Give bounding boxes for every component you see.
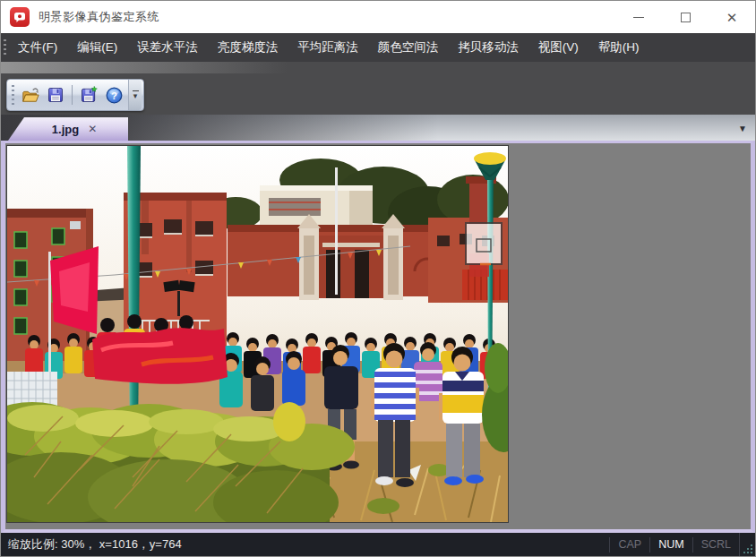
menu-copy-move[interactable]: 拷贝移动法: [448, 33, 528, 62]
maximize-icon: [681, 13, 691, 22]
save-icon: [47, 86, 64, 104]
app-window: 明景影像真伪鉴定系统 ✕ 文件(F) 编辑(E) 误差水平法 亮度梯度法 平均距…: [0, 0, 756, 557]
menu-average-distance[interactable]: 平均距离法: [288, 33, 368, 62]
toolbar-separator: [72, 85, 73, 105]
toolbar-overflow-button[interactable]: ▾: [128, 80, 142, 110]
open-folder-icon: [21, 86, 40, 104]
menu-color-space[interactable]: 颜色空间法: [368, 33, 449, 62]
menu-edit[interactable]: 编辑(E): [67, 33, 127, 62]
indicator-scroll-lock: SCRL: [692, 537, 739, 553]
window-title: 明景影像真伪鉴定系统: [39, 9, 159, 25]
toolbar: ? ▾: [6, 79, 144, 111]
hedge: [7, 402, 355, 522]
indicator-num-lock: NUM: [649, 537, 692, 553]
status-zoom-and-coords: 缩放比例: 30%， x=1016，y=764: [1, 536, 182, 553]
open-file-button[interactable]: [18, 81, 43, 108]
menu-file[interactable]: 文件(F): [8, 33, 67, 62]
help-icon: ?: [105, 86, 124, 105]
resize-grip-icon[interactable]: [739, 533, 755, 556]
tab-list-dropdown-icon[interactable]: ▼: [738, 123, 747, 133]
image-canvas[interactable]: [1, 141, 755, 533]
menu-help[interactable]: 帮助(H): [588, 33, 649, 62]
help-button[interactable]: ?: [101, 81, 126, 108]
tab-1jpg[interactable]: 1.jpg ✕: [8, 117, 128, 141]
tab-bar: 1.jpg ✕ ▼: [1, 115, 755, 141]
status-bar: 缩放比例: 30%， x=1016，y=764 CAP NUM SCRL: [1, 533, 755, 556]
help-glyph: ?: [111, 90, 117, 100]
tab-close-icon[interactable]: ✕: [88, 123, 97, 135]
save-button[interactable]: [43, 81, 68, 108]
minimize-icon: [633, 17, 644, 18]
title-bar: 明景影像真伪鉴定系统 ✕: [1, 1, 755, 33]
close-button[interactable]: ✕: [709, 1, 755, 33]
indicator-caps-lock: CAP: [609, 537, 649, 553]
toolbar-strip: ? ▾: [1, 62, 755, 115]
menu-bar: 文件(F) 编辑(E) 误差水平法 亮度梯度法 平均距离法 颜色空间法 拷贝移动…: [1, 33, 755, 62]
close-icon: ✕: [726, 11, 738, 24]
save-as-icon: [80, 86, 98, 104]
minimize-button[interactable]: [615, 1, 662, 33]
menu-drag-grip-icon[interactable]: [4, 39, 6, 56]
tab-label: 1.jpg: [52, 123, 79, 136]
toolbar-drag-grip-icon[interactable]: [12, 85, 14, 105]
menu-error-level[interactable]: 误差水平法: [127, 33, 208, 62]
photo-content: [7, 146, 508, 522]
save-as-button[interactable]: [76, 81, 101, 108]
maximize-button[interactable]: [662, 1, 709, 33]
app-logo-icon: [10, 7, 30, 27]
menu-view[interactable]: 视图(V): [528, 33, 588, 62]
menu-luminance-gradient[interactable]: 亮度梯度法: [208, 33, 288, 62]
photo-1jpg[interactable]: [6, 145, 509, 523]
